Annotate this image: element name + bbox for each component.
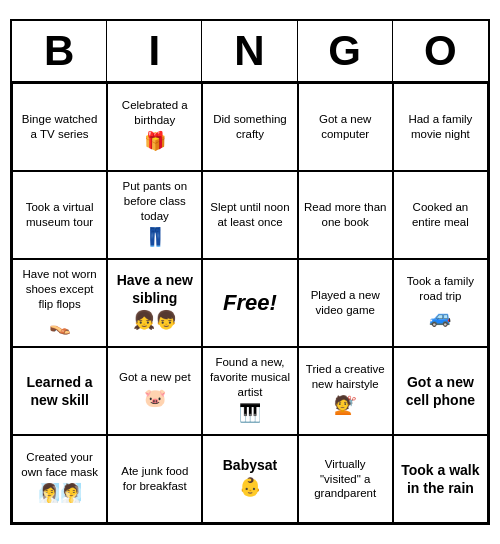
cell-text-22: Babysat bbox=[223, 456, 277, 474]
bingo-cell-13: Played a new video game bbox=[298, 259, 393, 347]
cell-text-10: Have not worn shoes except flip flops bbox=[18, 267, 101, 312]
bingo-cell-18: Tried a creative new hairstyle💇 bbox=[298, 347, 393, 435]
cell-text-23: Virtually "visited" a grandparent bbox=[304, 457, 387, 502]
bingo-cell-2: Did something crafty bbox=[202, 83, 297, 171]
bingo-cell-9: Cooked an entire meal bbox=[393, 171, 488, 259]
cell-emoji-17: 🎹 bbox=[239, 402, 261, 425]
bingo-cell-24: Took a walk in the rain bbox=[393, 435, 488, 523]
cell-text-7: Slept until noon at least once bbox=[208, 200, 291, 230]
cell-emoji-16: 🐷 bbox=[144, 387, 166, 410]
bingo-cell-12: Free! bbox=[202, 259, 297, 347]
cell-emoji-20: 🧖‍♀️🧖 bbox=[38, 482, 82, 505]
bingo-cell-23: Virtually "visited" a grandparent bbox=[298, 435, 393, 523]
bingo-letter-n: N bbox=[202, 21, 297, 83]
cell-text-11: Have a new sibling bbox=[113, 271, 196, 307]
bingo-cell-3: Got a new computer bbox=[298, 83, 393, 171]
cell-emoji-22: 👶 bbox=[239, 476, 261, 499]
free-cell-text: Free! bbox=[223, 289, 277, 318]
cell-text-4: Had a family movie night bbox=[399, 112, 482, 142]
cell-emoji-10: 👡 bbox=[49, 314, 71, 337]
bingo-letter-o: O bbox=[393, 21, 488, 83]
bingo-cell-16: Got a new pet🐷 bbox=[107, 347, 202, 435]
bingo-cell-6: Put pants on before class today👖 bbox=[107, 171, 202, 259]
bingo-cell-22: Babysat👶 bbox=[202, 435, 297, 523]
bingo-cell-11: Have a new sibling👧👦 bbox=[107, 259, 202, 347]
bingo-cell-5: Took a virtual museum tour bbox=[12, 171, 107, 259]
bingo-grid: Binge watched a TV seriesCelebrated a bi… bbox=[12, 83, 488, 523]
bingo-cell-14: Took a family road trip🚙 bbox=[393, 259, 488, 347]
cell-text-0: Binge watched a TV series bbox=[18, 112, 101, 142]
cell-emoji-18: 💇 bbox=[334, 394, 356, 417]
cell-emoji-11: 👧👦 bbox=[133, 309, 177, 332]
bingo-cell-8: Read more than one book bbox=[298, 171, 393, 259]
cell-text-15: Learned a new skill bbox=[18, 373, 101, 409]
cell-text-9: Cooked an entire meal bbox=[399, 200, 482, 230]
bingo-cell-15: Learned a new skill bbox=[12, 347, 107, 435]
cell-text-2: Did something crafty bbox=[208, 112, 291, 142]
cell-emoji-6: 👖 bbox=[144, 226, 166, 249]
cell-text-17: Found a new, favorite musical artist bbox=[208, 355, 291, 400]
cell-text-20: Created your own face mask bbox=[18, 450, 101, 480]
cell-text-3: Got a new computer bbox=[304, 112, 387, 142]
bingo-cell-21: Ate junk food for breakfast bbox=[107, 435, 202, 523]
cell-text-13: Played a new video game bbox=[304, 288, 387, 318]
bingo-cell-19: Got a new cell phone bbox=[393, 347, 488, 435]
bingo-cell-10: Have not worn shoes except flip flops👡 bbox=[12, 259, 107, 347]
cell-emoji-1: 🎁 bbox=[144, 130, 166, 153]
bingo-letter-g: G bbox=[298, 21, 393, 83]
cell-text-14: Took a family road trip bbox=[399, 274, 482, 304]
cell-text-8: Read more than one book bbox=[304, 200, 387, 230]
bingo-cell-4: Had a family movie night bbox=[393, 83, 488, 171]
cell-text-18: Tried a creative new hairstyle bbox=[304, 362, 387, 392]
bingo-header: BINGO bbox=[12, 21, 488, 83]
bingo-cell-7: Slept until noon at least once bbox=[202, 171, 297, 259]
bingo-letter-i: I bbox=[107, 21, 202, 83]
cell-text-5: Took a virtual museum tour bbox=[18, 200, 101, 230]
cell-text-1: Celebrated a birthday bbox=[113, 98, 196, 128]
bingo-cell-0: Binge watched a TV series bbox=[12, 83, 107, 171]
cell-emoji-14: 🚙 bbox=[429, 306, 451, 329]
bingo-cell-17: Found a new, favorite musical artist🎹 bbox=[202, 347, 297, 435]
bingo-card: BINGO Binge watched a TV seriesCelebrate… bbox=[10, 19, 490, 525]
cell-text-16: Got a new pet bbox=[119, 370, 191, 385]
cell-text-6: Put pants on before class today bbox=[113, 179, 196, 224]
cell-text-21: Ate junk food for breakfast bbox=[113, 464, 196, 494]
bingo-cell-20: Created your own face mask🧖‍♀️🧖 bbox=[12, 435, 107, 523]
bingo-letter-b: B bbox=[12, 21, 107, 83]
cell-text-24: Took a walk in the rain bbox=[399, 461, 482, 497]
bingo-cell-1: Celebrated a birthday🎁 bbox=[107, 83, 202, 171]
cell-text-19: Got a new cell phone bbox=[399, 373, 482, 409]
